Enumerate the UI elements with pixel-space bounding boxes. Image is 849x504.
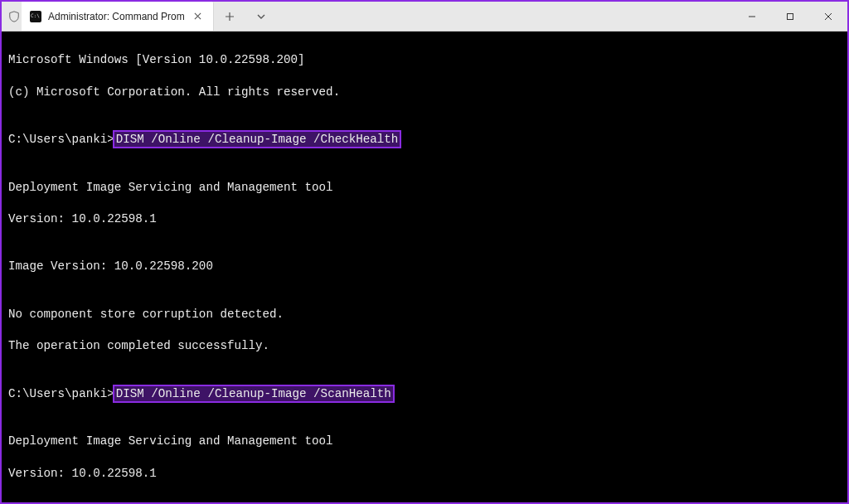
output-line: Deployment Image Servicing and Managemen…: [8, 180, 841, 196]
close-window-button[interactable]: [809, 2, 847, 31]
maximize-button[interactable]: [771, 2, 809, 31]
prompt-line: C:\Users\panki>DISM /Online /Cleanup-Ima…: [8, 386, 841, 402]
window-controls: [733, 2, 847, 31]
prompt-prefix: C:\Users\panki>: [8, 387, 114, 400]
output-line: Version: 10.0.22598.1: [8, 211, 841, 227]
output-line: Deployment Image Servicing and Managemen…: [8, 434, 841, 449]
terminal-output[interactable]: Microsoft Windows [Version 10.0.22598.20…: [2, 32, 847, 502]
output-line: (c) Microsoft Corporation. All rights re…: [8, 85, 841, 100]
svg-rect-0: [788, 13, 793, 19]
window-tab[interactable]: Administrator: Command Prom: [22, 2, 214, 31]
command-highlight: DISM /Online /Cleanup-Image /CheckHealth: [114, 132, 400, 147]
output-line: Microsoft Windows [Version 10.0.22598.20…: [8, 52, 841, 68]
minimize-button[interactable]: [733, 2, 771, 31]
tab-dropdown-button[interactable]: [245, 2, 277, 31]
shield-icon: [2, 2, 22, 31]
prompt-prefix: C:\Users\panki>: [8, 133, 114, 146]
close-tab-button[interactable]: [192, 10, 205, 23]
output-line: Version: 10.0.22598.1: [8, 466, 841, 482]
cmd-icon: [30, 11, 41, 22]
command-highlight: DISM /Online /Cleanup-Image /ScanHealth: [114, 386, 393, 401]
output-line: The operation completed successfully.: [8, 338, 841, 354]
window-titlebar: Administrator: Command Prom: [2, 2, 847, 32]
prompt-line: C:\Users\panki>DISM /Online /Cleanup-Ima…: [8, 132, 841, 148]
output-line: Image Version: 10.0.22598.200: [8, 259, 841, 274]
output-line: No component store corruption detected.: [8, 307, 841, 322]
titlebar-drag-region[interactable]: [277, 2, 733, 31]
tab-title: Administrator: Command Prom: [48, 11, 185, 22]
new-tab-button[interactable]: [214, 2, 245, 31]
